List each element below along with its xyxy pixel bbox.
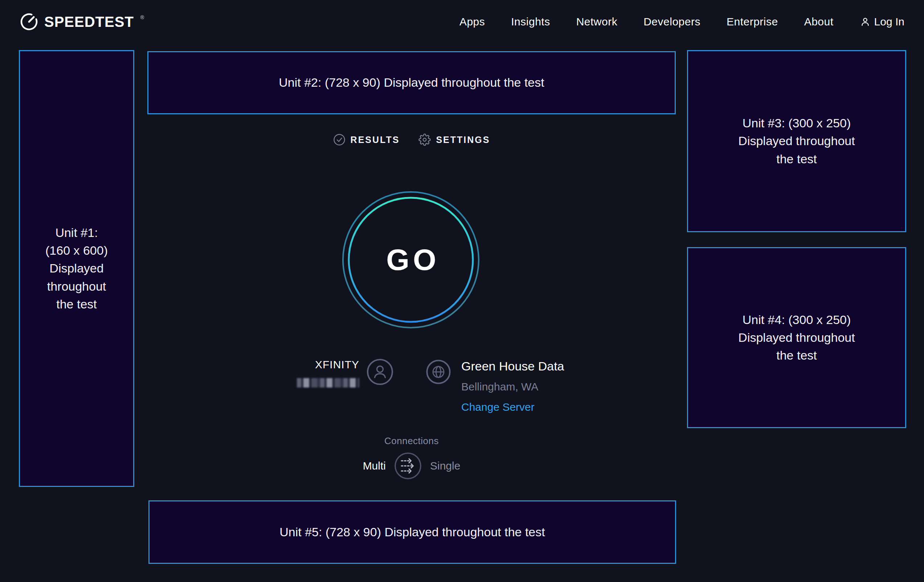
ad-unit-4-text: Unit #4: (300 x 250) Displayed throughou… [738,311,855,364]
isp-info: XFINITY [251,358,359,387]
login-label: Log In [874,16,904,28]
nav-item-network[interactable]: Network [576,16,618,28]
check-circle-icon [333,134,345,146]
server-info: Green House Data Bellingham, WA Change S… [461,359,564,413]
nav-item-about[interactable]: About [804,16,833,28]
view-tabs: RESULTS SETTINGS [147,134,676,146]
isp-name: XFINITY [251,358,359,371]
ad-unit-2-text: Unit #2: (728 x 90) Displayed throughout… [279,74,544,91]
server-location: Bellingham, WA [461,381,564,393]
nav-item-developers[interactable]: Developers [644,16,700,28]
ad-unit-2[interactable]: Unit #2: (728 x 90) Displayed throughout… [147,51,676,114]
user-icon [860,16,871,27]
go-button-label: GO [340,189,482,331]
ad-unit-3[interactable]: Unit #3: (300 x 250) Displayed throughou… [687,50,906,232]
tab-results[interactable]: RESULTS [333,134,400,146]
tab-settings-label: SETTINGS [436,135,490,145]
tab-results-label: RESULTS [351,135,400,145]
go-button[interactable]: GO [340,189,482,331]
nav-item-apps[interactable]: Apps [459,16,485,28]
connections-row: Multi Single [147,452,676,480]
nav-item-enterprise[interactable]: Enterprise [726,16,778,28]
nav-links: Apps Insights Network Developers Enterpr… [459,16,904,28]
server-globe-icon [426,359,451,386]
connections-multi-option[interactable]: Multi [363,460,386,472]
connections-label: Connections [147,435,676,447]
top-navbar: SPEEDTEST ® Apps Insights Network Develo… [0,0,924,50]
ad-unit-1-text: Unit #1: (160 x 600) Displayed throughou… [45,224,108,313]
connections-toggle-icon[interactable] [394,452,422,480]
speedtest-logo[interactable]: SPEEDTEST ® [20,12,144,31]
tab-settings[interactable]: SETTINGS [419,134,490,146]
blurred-ip-address [297,378,359,387]
change-server-link[interactable]: Change Server [461,401,535,413]
ad-unit-4[interactable]: Unit #4: (300 x 250) Displayed throughou… [687,247,906,428]
ad-unit-5-text: Unit #5: (728 x 90) Displayed throughout… [279,523,545,541]
gear-icon [419,134,431,146]
isp-user-icon [366,358,394,387]
speedtest-page: SPEEDTEST ® Apps Insights Network Develo… [0,0,924,582]
connections-single-option[interactable]: Single [430,460,460,472]
brand-name: SPEEDTEST [44,14,134,30]
server-name: Green House Data [461,359,564,373]
speedometer-gauge-icon [20,12,38,31]
trademark-symbol: ® [140,15,144,20]
ad-unit-5[interactable]: Unit #5: (728 x 90) Displayed throughout… [148,500,676,564]
ad-unit-3-text: Unit #3: (300 x 250) Displayed throughou… [738,114,855,168]
nav-item-insights[interactable]: Insights [511,16,550,28]
ad-unit-1[interactable]: Unit #1: (160 x 600) Displayed throughou… [19,50,134,487]
login-button[interactable]: Log In [860,16,904,28]
